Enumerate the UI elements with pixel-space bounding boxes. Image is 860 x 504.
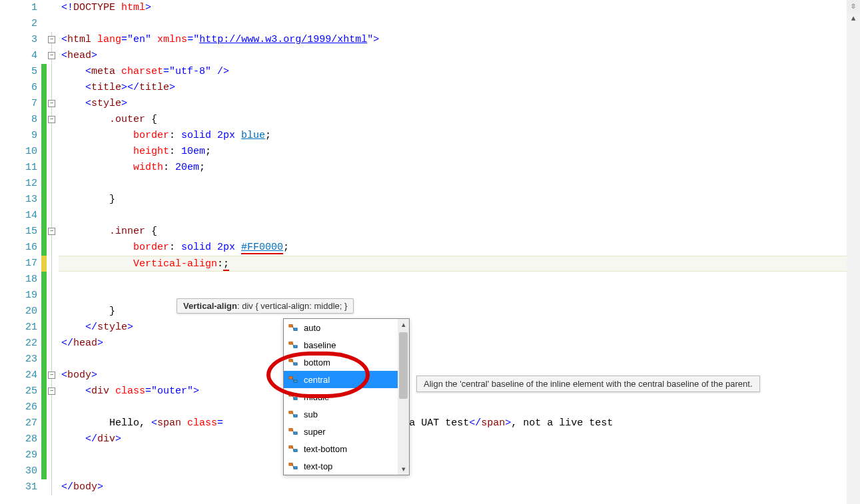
code-line[interactable]: border: solid 2px blue; <box>59 128 860 144</box>
change-marker <box>41 479 47 495</box>
line-number: 30 <box>0 463 37 479</box>
code-line[interactable]: .inner { <box>59 224 860 240</box>
change-marker <box>41 256 47 272</box>
change-marker <box>41 224 47 240</box>
fold-toggle-icon[interactable]: − <box>48 36 55 43</box>
change-marker <box>41 383 47 399</box>
change-marker <box>41 64 47 80</box>
split-sync-icon[interactable]: ⇳ <box>847 0 860 13</box>
fold-cell <box>47 431 59 447</box>
fold-toggle-icon[interactable]: − <box>48 100 55 107</box>
vertical-scrollbar[interactable]: ⇳ ▲ <box>847 0 860 504</box>
autocomplete-item[interactable]: text-bottom <box>284 440 409 457</box>
autocomplete-item-label: auto <box>304 323 320 333</box>
fold-toggle-icon[interactable]: − <box>48 52 55 59</box>
scroll-up-icon[interactable]: ▴ <box>398 319 409 330</box>
fold-toggle-icon[interactable]: − <box>48 372 55 379</box>
autocomplete-item[interactable]: baseline <box>284 336 409 354</box>
svg-rect-8 <box>289 394 292 397</box>
code-line[interactable]: </body> <box>59 479 860 495</box>
code-line[interactable]: Hello, <span class= test.<br/> a UAT tes… <box>59 415 860 431</box>
autocomplete-scrollbar[interactable]: ▴ ▾ <box>398 319 409 475</box>
fold-cell <box>47 399 59 415</box>
change-marker <box>41 463 47 479</box>
line-number: 25 <box>0 383 37 399</box>
fold-toggle-icon[interactable]: − <box>48 387 55 395</box>
line-number: 31 <box>0 479 37 495</box>
code-line[interactable] <box>59 208 860 224</box>
code-line[interactable] <box>59 463 860 479</box>
autocomplete-item[interactable]: text-top <box>284 457 409 475</box>
css-value-icon <box>288 340 298 350</box>
code-editor[interactable]: 1234567891011121314151617181920212223242… <box>0 0 860 504</box>
fold-cell <box>47 256 59 272</box>
svg-rect-10 <box>289 411 292 414</box>
code-line[interactable] <box>59 16 860 32</box>
fold-toggle-icon[interactable]: − <box>48 228 55 235</box>
code-line[interactable]: .outer { <box>59 112 860 128</box>
quickinfo-detail: : div { vertical-align: middle; } <box>237 301 347 311</box>
scroll-up-icon[interactable]: ▲ <box>847 13 860 25</box>
fold-cell[interactable]: − <box>47 112 59 128</box>
code-line[interactable] <box>59 399 860 415</box>
change-marker <box>41 80 47 96</box>
line-number: 6 <box>0 80 37 96</box>
fold-cell[interactable]: − <box>47 224 59 240</box>
code-line[interactable]: </head> <box>59 336 860 352</box>
change-marker <box>41 240 47 256</box>
autocomplete-item[interactable]: central <box>284 371 409 388</box>
code-content[interactable]: <!DOCTYPE html> <html lang="en" xmlns="h… <box>59 0 860 504</box>
line-number: 15 <box>0 224 37 240</box>
fold-strip[interactable]: −−−−−−− <box>47 0 59 504</box>
change-marker <box>41 160 47 176</box>
code-line[interactable]: <meta charset="utf-8" /> <box>59 64 860 80</box>
fold-cell[interactable]: − <box>47 96 59 112</box>
line-number: 13 <box>0 192 37 208</box>
fold-cell[interactable]: − <box>47 368 59 383</box>
autocomplete-item[interactable]: sub <box>284 405 409 423</box>
autocomplete-item-label: middle <box>304 392 329 402</box>
code-line[interactable]: <title></title> <box>59 80 860 96</box>
code-line[interactable] <box>59 176 860 192</box>
line-number: 29 <box>0 447 37 463</box>
fold-cell[interactable]: − <box>47 48 59 64</box>
fold-cell[interactable]: − <box>47 32 59 48</box>
line-number: 21 <box>0 320 37 336</box>
fold-cell[interactable]: − <box>47 383 59 399</box>
scrollbar-thumb[interactable] <box>399 332 408 399</box>
code-line[interactable]: <head> <box>59 48 860 64</box>
code-line[interactable] <box>59 272 860 288</box>
fold-toggle-icon[interactable]: − <box>48 116 55 123</box>
code-line[interactable]: <style> <box>59 96 860 112</box>
code-line[interactable] <box>59 447 860 463</box>
line-number: 20 <box>0 304 37 320</box>
svg-rect-5 <box>294 363 297 366</box>
code-line[interactable]: </div> <box>59 431 860 447</box>
svg-rect-13 <box>294 432 297 435</box>
autocomplete-dropdown[interactable]: autobaselinebottomcentralmiddlesubsupert… <box>283 318 410 475</box>
autocomplete-item-label: text-top <box>304 461 332 471</box>
line-number: 17 <box>0 256 37 272</box>
code-line[interactable]: <html lang="en" xmlns="http://www.w3.org… <box>59 32 860 48</box>
autocomplete-item[interactable]: super <box>284 423 409 440</box>
fold-cell <box>47 415 59 431</box>
code-line[interactable]: border: solid 2px #FF0000; <box>59 240 860 256</box>
code-line[interactable]: <!DOCTYPE html> <box>59 0 860 16</box>
code-line[interactable]: </style> <box>59 320 860 336</box>
code-line[interactable]: Vertical-align:; <box>59 256 860 272</box>
change-marker <box>41 368 47 383</box>
code-line[interactable] <box>59 352 860 368</box>
scroll-down-icon[interactable]: ▾ <box>398 463 409 475</box>
autocomplete-item[interactable]: middle <box>284 388 409 405</box>
line-number: 18 <box>0 272 37 288</box>
code-line[interactable]: } <box>59 192 860 208</box>
quickinfo-tooltip: Vertical-align: div { vertical-align: mi… <box>177 298 354 314</box>
autocomplete-item[interactable]: bottom <box>284 354 409 371</box>
fold-cell <box>47 64 59 80</box>
code-line[interactable]: width: 20em; <box>59 160 860 176</box>
line-number: 1 <box>0 0 37 16</box>
code-line[interactable]: height: 10em; <box>59 144 860 160</box>
change-marker <box>41 96 47 112</box>
fold-cell <box>47 320 59 336</box>
autocomplete-item[interactable]: auto <box>284 319 409 336</box>
